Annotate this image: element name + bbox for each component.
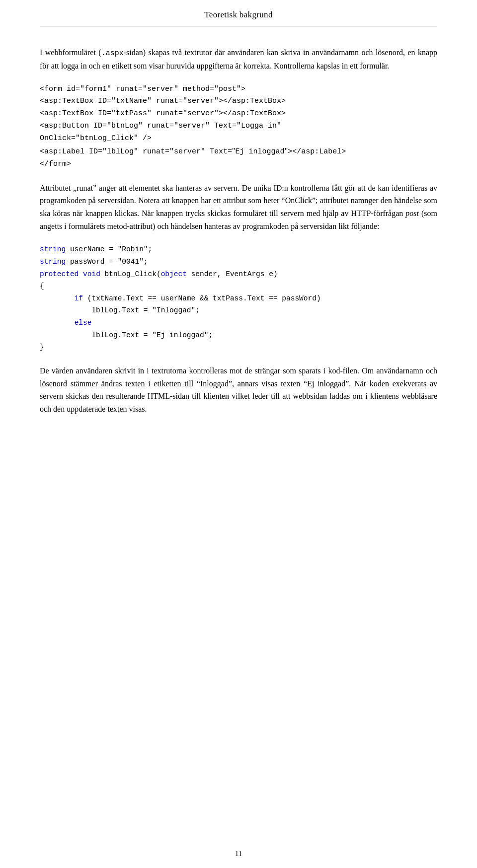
main-content: I webbformuläret (.aspx-sidan) skapas tv… <box>40 41 437 431</box>
cs-line-5: if (txtName.Text == userName && txtPass.… <box>40 292 437 305</box>
form-line-3: <asp:TextBox ID="txtPass" runat="server"… <box>40 108 437 120</box>
form-line-6: <asp:Label ID="lblLog" runat="server" Te… <box>40 145 437 158</box>
cs-line-1: string userName = "Robin"; <box>40 243 437 256</box>
cs-line-6: lblLog.Text = "Inloggad"; <box>40 304 437 317</box>
form-line-1: <form id="form1" runat="server" method="… <box>40 83 437 96</box>
cs-line-7: else <box>40 317 437 329</box>
aspx-code-inline: .aspx <box>101 49 124 58</box>
page-footer: 11 <box>0 850 477 858</box>
form-line-7: </form> <box>40 158 437 171</box>
description-paragraph: Attributet „runat” anger att elementet s… <box>40 182 437 232</box>
page-container: Teoretisk bakgrund I webbformuläret (.as… <box>0 0 477 868</box>
form-line-2: <asp:TextBox ID="txtName" runat="server"… <box>40 95 437 108</box>
page-header: Teoretisk bakgrund <box>40 0 437 26</box>
post-italic: post <box>405 209 419 217</box>
page-number: 11 <box>235 850 242 858</box>
conclusion-paragraph: De värden användaren skrivit in i textru… <box>40 364 437 415</box>
cs-line-8: lblLog.Text = "Ej inloggad"; <box>40 329 437 342</box>
form-line-5: OnClick="btnLog_Click" /> <box>40 133 437 145</box>
cs-line-2: string passWord = "0041"; <box>40 256 437 268</box>
csharp-code-block: string userName = "Robin"; string passWo… <box>40 243 437 354</box>
form-line-4: <asp:Button ID="btnLog" runat="server" T… <box>40 120 437 133</box>
cs-line-4: { <box>40 280 437 292</box>
cs-line-3: protected void btnLog_Click(object sende… <box>40 268 437 281</box>
page-title: Teoretisk bakgrund <box>204 10 273 19</box>
form-code-block: <form id="form1" runat="server" method="… <box>40 83 437 171</box>
cs-line-9: } <box>40 341 437 354</box>
intro-paragraph: I webbformuläret (.aspx-sidan) skapas tv… <box>40 46 437 72</box>
